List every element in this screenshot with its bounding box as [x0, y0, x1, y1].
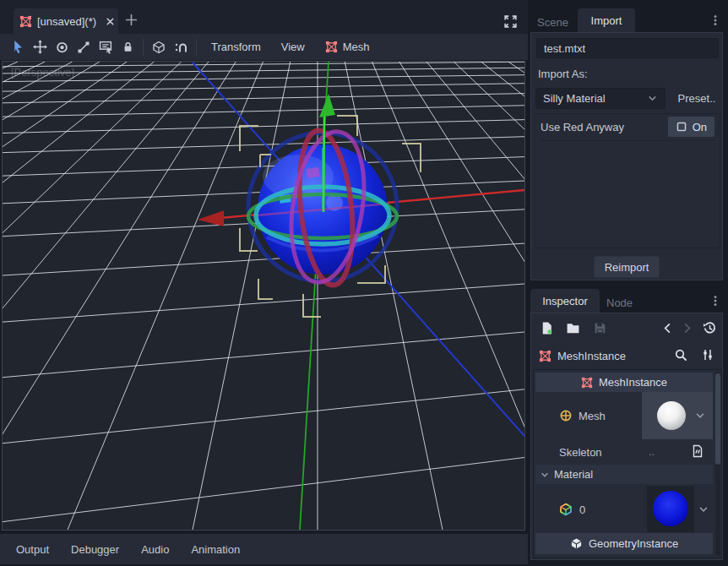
history-icon — [703, 321, 717, 335]
select-tool-button[interactable] — [7, 37, 29, 57]
bottom-panel-bar: Output Debugger Audio Animation — [0, 534, 528, 564]
save-icon — [593, 321, 607, 335]
scrollbar-thumb[interactable] — [715, 373, 720, 465]
node-path-icon[interactable] — [691, 444, 704, 458]
inspector-scrollbar[interactable] — [715, 372, 720, 556]
tab-node[interactable]: Node — [606, 294, 644, 311]
tab-scene-label: Scene — [537, 16, 568, 29]
magnet-icon — [174, 41, 187, 54]
section-material[interactable]: Material — [535, 465, 713, 484]
tab-scene[interactable]: Scene — [537, 12, 574, 32]
geometry-cube-icon — [570, 537, 583, 550]
property-row-skeleton: Skeleton — [535, 441, 713, 463]
material-value-cell[interactable] — [647, 486, 694, 532]
tab-import[interactable]: Import — [578, 8, 635, 32]
move-tool-button[interactable] — [29, 37, 51, 57]
chevron-down-icon[interactable] — [698, 503, 709, 515]
property-label-skeleton: Skeleton — [559, 446, 602, 459]
save-resource-button[interactable] — [592, 320, 607, 335]
sliders-icon — [701, 348, 714, 362]
history-forward-button[interactable] — [680, 321, 693, 335]
chevron-right-icon — [681, 322, 693, 335]
viewport-canvas — [3, 62, 524, 530]
local-space-button[interactable] — [148, 37, 170, 57]
divider — [541, 140, 714, 141]
inspector-dock-panel: MeshInstance MeshInstance Mesh Skeleton … — [530, 313, 723, 560]
3d-viewport[interactable]: [Perspective] — [2, 61, 525, 531]
import-as-label: Import As: — [538, 68, 588, 80]
load-resource-button[interactable] — [565, 320, 580, 335]
lock-button[interactable] — [117, 37, 139, 57]
import-as-dropdown[interactable]: Silly Material — [535, 88, 666, 109]
mesh-node-icon — [539, 350, 551, 362]
toolbar-separator — [143, 39, 144, 56]
category-label: MeshInstance — [599, 376, 667, 389]
expand-icon — [503, 14, 518, 29]
new-scene-tab-button[interactable] — [122, 10, 140, 29]
snap-button[interactable] — [170, 37, 192, 57]
view-menu[interactable]: View — [271, 37, 315, 57]
import-file-name-field[interactable] — [536, 38, 719, 58]
inspector-search-button[interactable] — [673, 347, 688, 362]
rotate-icon — [55, 40, 69, 54]
category-meshinstance[interactable]: MeshInstance — [535, 373, 713, 392]
bottom-tab-animation[interactable]: Animation — [186, 540, 245, 559]
chevron-down-icon[interactable] — [694, 410, 706, 422]
mesh-node-icon — [325, 41, 338, 53]
perspective-menu[interactable]: [Perspective] — [11, 66, 74, 79]
bottom-tab-debugger[interactable]: Debugger — [66, 540, 124, 559]
property-label-mesh: Mesh — [579, 410, 606, 422]
chevron-left-icon — [661, 322, 674, 335]
new-resource-button[interactable] — [539, 320, 554, 335]
section-material-label: Material — [554, 468, 593, 481]
bottom-tab-output[interactable]: Output — [11, 540, 54, 559]
option-label: Use Red Anyway — [541, 121, 624, 133]
scene-tab-unsaved[interactable]: [unsaved](*) — [14, 8, 118, 34]
use-red-anyway-toggle[interactable]: On — [668, 117, 714, 137]
properties-panel: MeshInstance Mesh Skeleton .. Material 0 — [533, 369, 722, 558]
bottom-tab-audio[interactable]: Audio — [136, 540, 174, 559]
close-icon[interactable] — [105, 16, 116, 27]
x-axis-arrow[interactable] — [198, 210, 224, 226]
rotate-tool-button[interactable] — [51, 37, 73, 57]
tab-inspector[interactable]: Inspector — [530, 289, 600, 313]
inspected-object-name: MeshInstance — [557, 350, 626, 362]
chevron-down-icon — [647, 93, 658, 104]
godot-editor-window: { "scene_tab_bar": { "tab_label": "[unsa… — [0, 0, 728, 566]
material-preview-thumbnail[interactable] — [653, 491, 688, 526]
dots-vertical-icon — [709, 14, 722, 27]
mesh-value-cell[interactable] — [642, 392, 713, 439]
transform-menu-label: Transform — [211, 41, 261, 53]
cube-icon — [152, 41, 166, 54]
import-as-dropdown-value: Silly Material — [543, 92, 606, 105]
object-history-button[interactable] — [702, 320, 717, 335]
mesh-preview-thumbnail[interactable] — [657, 401, 686, 430]
view-menu-label: View — [281, 41, 305, 53]
y-axis-gizmo-stem — [323, 116, 324, 212]
folder-icon — [566, 321, 580, 335]
category-label: GeometryInstance — [589, 537, 678, 550]
mesh-menu[interactable]: Mesh — [315, 37, 380, 57]
checkbox-icon[interactable] — [676, 121, 687, 133]
mesh-node-icon — [19, 15, 32, 28]
dock-menu-button[interactable] — [708, 293, 723, 308]
inspector-tools-button[interactable] — [700, 347, 715, 362]
reimport-button[interactable]: Reimport — [594, 256, 660, 278]
list-select-tool-button[interactable] — [95, 37, 117, 57]
list-select-icon — [99, 40, 113, 54]
dock-menu-button[interactable] — [708, 13, 723, 28]
distraction-free-button[interactable] — [501, 12, 519, 30]
scale-icon — [77, 41, 90, 54]
option-value-label: On — [693, 121, 707, 133]
tab-node-label: Node — [606, 297, 633, 309]
category-geometryinstance[interactable]: GeometryInstance — [535, 533, 713, 554]
plus-icon — [124, 13, 139, 27]
preset-button[interactable]: Preset.. — [671, 88, 722, 109]
transform-menu[interactable]: Transform — [201, 37, 271, 57]
preset-button-label: Preset.. — [678, 92, 716, 105]
property-label-material-index: 0 — [579, 503, 585, 516]
scale-tool-button[interactable] — [73, 37, 95, 57]
history-back-button[interactable] — [660, 321, 674, 335]
skeleton-value[interactable]: .. — [649, 445, 655, 458]
move-icon — [33, 40, 47, 54]
